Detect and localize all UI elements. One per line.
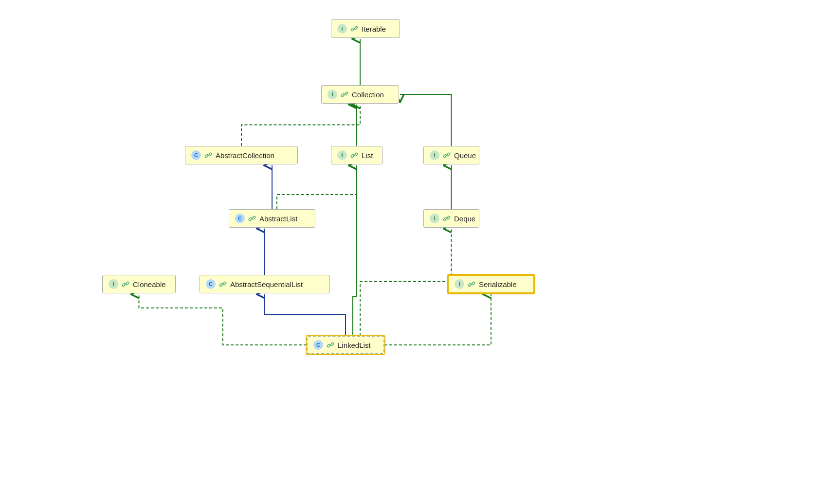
type-icon-queue: I (430, 150, 439, 160)
link-icon-queue (442, 151, 451, 160)
diagram-container: IIterableICollectionCAbstractCollectionI… (0, 0, 838, 504)
type-icon-abstractsequentiallist: C (206, 279, 216, 289)
link-icon-collection (340, 90, 349, 99)
node-label-abstractlist: AbstractList (259, 215, 297, 223)
link-icon-abstractcollection (204, 151, 213, 160)
link-icon-deque (442, 214, 451, 223)
node-label-list: List (362, 151, 373, 160)
type-icon-abstractlist: C (235, 214, 245, 223)
link-icon-list (350, 151, 359, 160)
node-abstractsequentiallist[interactable]: CAbstractSequentialList (200, 275, 330, 293)
type-icon-linkedlist: C (313, 340, 323, 350)
node-label-abstractcollection: AbstractCollection (216, 151, 274, 160)
node-label-abstractsequentiallist: AbstractSequentialList (230, 280, 303, 288)
node-label-collection: Collection (352, 90, 384, 99)
node-label-cloneable: Cloneable (133, 280, 166, 288)
node-serializable[interactable]: ISerializable (448, 275, 534, 293)
node-label-iterable: Iterable (362, 25, 386, 33)
type-icon-list: I (337, 150, 347, 160)
arrows-svg (0, 0, 838, 504)
node-deque[interactable]: IDeque (423, 209, 479, 228)
node-label-serializable: Serializable (479, 280, 517, 288)
type-icon-cloneable: I (109, 279, 118, 289)
type-icon-deque: I (430, 214, 439, 223)
link-icon-serializable (467, 280, 476, 288)
link-icon-iterable (350, 24, 359, 33)
link-icon-linkedlist (326, 341, 335, 349)
node-abstractlist[interactable]: CAbstractList (229, 209, 315, 228)
node-cloneable[interactable]: ICloneable (102, 275, 176, 293)
link-icon-abstractlist (248, 214, 256, 223)
node-iterable[interactable]: IIterable (331, 19, 400, 38)
type-icon-iterable: I (337, 24, 347, 34)
node-queue[interactable]: IQueue (423, 146, 479, 164)
type-icon-serializable: I (455, 279, 464, 289)
node-label-queue: Queue (454, 151, 476, 160)
node-label-linkedlist: LinkedList (338, 341, 371, 349)
type-icon-abstractcollection: C (191, 150, 201, 160)
node-label-deque: Deque (454, 215, 475, 223)
node-linkedlist[interactable]: CLinkedList (307, 336, 384, 354)
node-list[interactable]: IList (331, 146, 383, 164)
node-collection[interactable]: ICollection (321, 85, 399, 104)
node-abstractcollection[interactable]: CAbstractCollection (185, 146, 298, 164)
link-icon-cloneable (121, 280, 130, 288)
type-icon-collection: I (328, 90, 337, 99)
link-icon-abstractsequentiallist (219, 280, 227, 288)
